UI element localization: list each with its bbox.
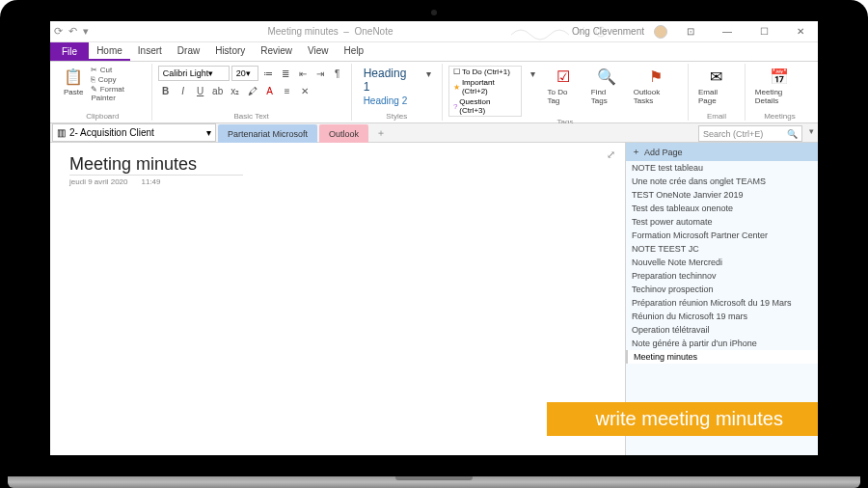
user-name[interactable]: Ong Clevenment [572, 26, 644, 37]
outdent-button[interactable]: ⇤ [295, 66, 311, 81]
page-list-item[interactable]: Techinov prospection [626, 283, 818, 296]
page-list-item[interactable]: Test power automate [626, 215, 818, 229]
page-list-item[interactable]: Note génére à partir d'un iPhone [626, 337, 818, 350]
close-button[interactable]: ✕ [787, 26, 814, 37]
page-list-item[interactable]: TEST OneNote Janvier 2019 [626, 188, 818, 202]
ribbon-tabs: File HomeInsertDrawHistoryReviewViewHelp [50, 42, 818, 62]
styles-group-label: Styles [358, 111, 436, 121]
page-date[interactable]: jeudi 9 avril 2020 [69, 177, 127, 186]
add-page-button[interactable]: ＋ Add Page [626, 143, 818, 161]
strike-button[interactable]: ab [210, 83, 226, 98]
star-icon: ★ [453, 83, 460, 92]
todo-tag-icon: ☑ [556, 68, 570, 86]
ribbon-tab-help[interactable]: Help [337, 42, 372, 61]
subscript-button[interactable]: x₂ [228, 83, 243, 98]
ribbon-tab-review[interactable]: Review [253, 42, 300, 61]
question-icon: ? [453, 102, 457, 111]
page-list-item[interactable]: Preparation techinnov [626, 269, 818, 283]
bold-button[interactable]: B [158, 83, 174, 98]
heading2-style[interactable]: Heading 2 [358, 95, 418, 107]
ribbon-tab-insert[interactable]: Insert [130, 42, 170, 61]
page-list-item[interactable]: Une note crée dans onglet TEAMS [626, 175, 818, 188]
paste-button[interactable]: 📋 Paste [60, 66, 87, 98]
note-canvas[interactable]: ⤢ Meeting minutes jeudi 9 avril 2020 11:… [50, 143, 625, 455]
user-avatar-icon[interactable] [654, 25, 667, 39]
find-tags-button[interactable]: 🔍 Find Tags [587, 66, 626, 107]
add-section-button[interactable]: ＋ [368, 123, 393, 142]
tag-gallery[interactable]: ☐To Do (Ctrl+1) ★Important (Ctrl+2) ?Que… [448, 66, 522, 117]
section-tab[interactable]: Partenariat Microsoft [218, 124, 317, 143]
fullscreen-icon[interactable]: ⤢ [607, 149, 615, 161]
ribbon-tab-view[interactable]: View [300, 42, 337, 61]
window-title: Meeting minutes – OneNote [89, 26, 572, 37]
page-list-item[interactable]: Préparation réunion Microsoft du 19 Mars [626, 296, 818, 310]
page-list-item[interactable]: Operation télétravail [626, 323, 818, 337]
paragraph-button[interactable]: ¶ [330, 66, 345, 81]
search-icon: 🔍 [597, 68, 616, 86]
heading1-style[interactable]: Heading 1 [358, 66, 418, 95]
page-list-item[interactable]: NOTE TEEST JC [626, 242, 818, 256]
toast-banner: write meeting minutes [547, 402, 818, 436]
page-list-item[interactable]: Réunion du Microsoft 19 mars [626, 310, 818, 323]
email-page-button[interactable]: ✉ Email Page [694, 66, 739, 107]
search-icon: 🔍 [787, 129, 798, 139]
copy-button[interactable]: ⎘ Copy [91, 75, 145, 84]
outlook-tasks-button[interactable]: ⚑ Outlook Tasks [630, 66, 682, 107]
page-list-item[interactable]: Meeting minutes [626, 350, 818, 364]
file-tab[interactable]: File [50, 42, 89, 61]
page-list-item[interactable]: Test des tableaux onenote [626, 202, 818, 215]
ribbon: 📋 Paste ✂ Cut ⎘ Copy ✎ Format Painter Cl… [50, 62, 818, 123]
notebook-dropdown[interactable]: ▥ 2- Acquisition Client ▾ [52, 123, 216, 142]
section-bar: ▥ 2- Acquisition Client ▾ Partenariat Mi… [50, 123, 818, 143]
page-title[interactable]: Meeting minutes [69, 154, 243, 176]
minimize-button[interactable]: — [714, 26, 741, 37]
clipboard-icon: 📋 [64, 68, 83, 86]
underline-button[interactable]: U [193, 83, 208, 98]
search-scope-button[interactable]: ▾ [804, 123, 818, 142]
envelope-icon: ✉ [710, 68, 722, 86]
page-time[interactable]: 11:49 [141, 177, 160, 186]
ribbon-tab-draw[interactable]: Draw [170, 42, 207, 61]
todo-tag-button[interactable]: ☑ To Do Tag [544, 66, 583, 107]
basic-text-group-label: Basic Text [158, 111, 345, 121]
undo-icon[interactable]: ↶ [68, 25, 77, 38]
page-list-item[interactable]: NOTE test tableau [626, 161, 818, 175]
indent-button[interactable]: ⇥ [312, 66, 328, 81]
italic-button[interactable]: I [176, 83, 191, 98]
numbering-button[interactable]: ≣ [278, 66, 293, 81]
cut-button[interactable]: ✂ Cut [91, 66, 145, 74]
page-list-item[interactable]: Nouvelle Note Mercredi [626, 256, 818, 269]
section-tab[interactable]: Outlook [319, 124, 368, 143]
page-list-item[interactable]: Formation Microsoft Partner Center [626, 229, 818, 242]
font-name-select[interactable]: Calibri Light ▾ [158, 66, 230, 81]
tags-more-button[interactable]: ▾ [526, 66, 540, 81]
autosave-icon[interactable]: ⟳ [54, 25, 63, 38]
clipboard-group-label: Clipboard [60, 111, 146, 121]
maximize-button[interactable]: ☐ [750, 26, 777, 37]
search-input[interactable]: Search (Ctrl+E) 🔍 [698, 125, 802, 142]
title-bar: ⟳ ↶ ▾ Meeting minutes – OneNote Ong Clev… [50, 21, 818, 42]
checkbox-icon: ☐ [453, 68, 460, 76]
clear-format-button[interactable]: ✕ [297, 83, 312, 98]
align-button[interactable]: ≡ [280, 83, 295, 98]
plus-icon: ＋ [632, 146, 640, 158]
ribbon-options-icon[interactable]: ⊡ [677, 26, 704, 37]
ribbon-tab-history[interactable]: History [207, 42, 253, 61]
chevron-down-icon: ▾ [206, 127, 211, 138]
meetings-group-label: Meetings [751, 111, 808, 121]
bullets-button[interactable]: ≔ [260, 66, 276, 81]
email-group-label: Email [694, 111, 739, 121]
font-color-button[interactable]: A [262, 83, 278, 98]
font-size-select[interactable]: 20 ▾ [231, 66, 258, 81]
calendar-icon: 📅 [770, 68, 789, 86]
ribbon-tab-home[interactable]: Home [89, 42, 130, 61]
format-painter-button[interactable]: ✎ Format Painter [91, 85, 145, 102]
styles-more-button[interactable]: ▾ [421, 66, 436, 81]
notebook-icon: ▥ [57, 127, 66, 138]
flag-icon: ⚑ [649, 68, 663, 86]
meeting-details-button[interactable]: 📅 Meeting Details [751, 66, 808, 107]
highlight-button[interactable]: 🖍 [245, 83, 260, 98]
